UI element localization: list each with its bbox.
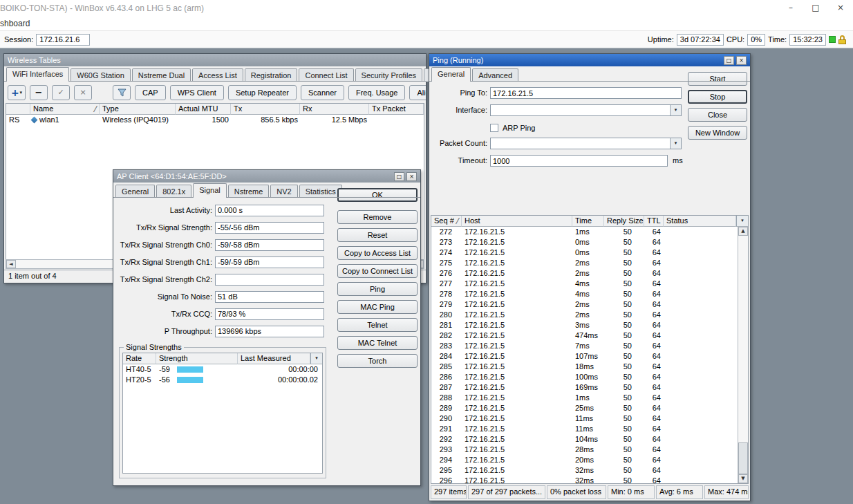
filter-button[interactable] bbox=[113, 85, 131, 100]
tab-general[interactable]: General bbox=[431, 67, 471, 82]
maximize-icon[interactable]: □ bbox=[803, 0, 828, 17]
tab-nv2[interactable]: NV2 bbox=[270, 185, 297, 198]
tab-wifi-interfaces[interactable]: WiFi Interfaces bbox=[6, 67, 69, 82]
ping-row[interactable]: 280172.16.21.52ms5064 bbox=[431, 310, 738, 320]
button-telnet[interactable]: Telnet bbox=[337, 318, 418, 332]
button-ping[interactable]: Ping bbox=[337, 282, 418, 296]
tab-connect-list[interactable]: Connect List bbox=[299, 68, 353, 82]
column-header-time[interactable]: Time bbox=[572, 216, 604, 227]
ping-row[interactable]: 284172.16.21.5107ms5064 bbox=[431, 351, 738, 362]
close-icon[interactable]: × bbox=[406, 172, 417, 181]
ping-row[interactable]: 276172.16.21.52ms5064 bbox=[431, 268, 738, 279]
arp-ping-label[interactable]: ARP Ping bbox=[503, 122, 536, 134]
tab-registration[interactable]: Registration bbox=[245, 68, 298, 82]
minimize-icon[interactable]: – bbox=[778, 0, 803, 17]
ping-row[interactable]: 294172.16.21.520ms5064 bbox=[431, 455, 738, 465]
chevron-down-icon[interactable]: ▾ bbox=[670, 105, 681, 115]
ping-row[interactable]: 282172.16.21.5474ms5064 bbox=[431, 330, 738, 341]
toolbar-button-setup-repeater[interactable]: Setup Repeater bbox=[228, 85, 297, 100]
ping-row[interactable]: 287172.16.21.5169ms5064 bbox=[431, 382, 738, 393]
column-header-seq[interactable]: Seq #/ bbox=[431, 216, 462, 227]
column-header-type[interactable]: Type bbox=[100, 104, 176, 115]
restore-icon[interactable]: □ bbox=[394, 172, 404, 181]
signal-strength-row[interactable]: HT40-5-5900:00:00 bbox=[123, 364, 322, 375]
button-stop[interactable]: Stop bbox=[688, 90, 747, 104]
ping-row[interactable]: 272172.16.21.51ms5064 bbox=[431, 227, 738, 237]
field-value-tx-rx-ccq[interactable]: 78/93 % bbox=[215, 308, 324, 320]
button-start[interactable]: Start bbox=[688, 72, 747, 86]
scrollbar-track[interactable] bbox=[738, 236, 748, 474]
button-new-window[interactable]: New Window bbox=[688, 126, 747, 140]
ping-row[interactable]: 283172.16.21.57ms5064 bbox=[431, 341, 738, 351]
column-header-tx-packet[interactable]: Tx Packet bbox=[369, 104, 424, 115]
column-menu-icon[interactable]: ▾ bbox=[310, 353, 322, 364]
button-reset[interactable]: Reset bbox=[337, 228, 418, 242]
signal-strength-row[interactable]: HT20-5-5600:00:00.02 bbox=[123, 375, 322, 385]
column-menu-icon[interactable]: ▾ bbox=[736, 216, 748, 227]
disable-button[interactable]: × bbox=[74, 85, 92, 100]
ping-to-input[interactable] bbox=[490, 87, 682, 99]
ping-row[interactable]: 288172.16.21.51ms5064 bbox=[431, 393, 738, 403]
field-value-p-throughput[interactable]: 139696 kbps bbox=[215, 326, 324, 337]
ping-row[interactable]: 291172.16.21.511ms5064 bbox=[431, 424, 738, 434]
field-value-signal-to-noise[interactable]: 51 dB bbox=[215, 291, 324, 303]
session-address[interactable]: 172.16.21.6 bbox=[36, 34, 90, 46]
column-header-rx[interactable]: Rx bbox=[300, 104, 369, 115]
toolbar-button-freq-usage[interactable]: Freq. Usage bbox=[348, 85, 406, 100]
ping-row[interactable]: 278172.16.21.54ms5064 bbox=[431, 289, 738, 299]
ping-row[interactable]: 289172.16.21.525ms5064 bbox=[431, 403, 738, 413]
ping-row[interactable]: 277172.16.21.54ms5064 bbox=[431, 279, 738, 289]
tab-advanced[interactable]: Advanced bbox=[472, 68, 518, 82]
ping-row[interactable]: 296172.16.21.532ms5064 bbox=[431, 476, 738, 484]
column-header-strength[interactable]: Strength bbox=[156, 353, 238, 364]
tab-nstreme[interactable]: Nstreme bbox=[228, 185, 270, 198]
field-value-tx-rx-signal-strength[interactable]: -55/-56 dBm bbox=[215, 222, 324, 234]
timeout-input[interactable] bbox=[490, 155, 668, 167]
column-header-name[interactable]: Name/ bbox=[30, 104, 100, 115]
column-header-actual-mtu[interactable]: Actual MTU bbox=[176, 104, 231, 115]
toolbar-button-wps-client[interactable]: WPS Client bbox=[170, 85, 224, 100]
chevron-down-icon[interactable]: ▾ bbox=[670, 138, 681, 149]
menu-item-dashboard[interactable]: shboard bbox=[0, 19, 30, 28]
field-value-tx-rx-signal-strength-ch1[interactable]: -59/-59 dBm bbox=[215, 256, 324, 268]
add-button[interactable]: + ▾ bbox=[8, 85, 26, 100]
interface-select[interactable]: ▾ bbox=[490, 104, 682, 116]
column-header-tx[interactable]: Tx bbox=[231, 104, 300, 115]
ping-row[interactable]: 286172.16.21.5100ms5064 bbox=[431, 372, 738, 382]
window-titlebar[interactable]: Wireless Tables bbox=[4, 54, 426, 66]
scroll-up-icon[interactable]: ▲ bbox=[738, 227, 748, 236]
enable-button[interactable]: ✓ bbox=[52, 85, 70, 100]
button-remove[interactable]: Remove bbox=[337, 210, 418, 224]
column-header-rate[interactable]: Rate bbox=[123, 353, 156, 364]
column-header-last-measured[interactable]: Last Measured bbox=[238, 353, 310, 364]
toolbar-button-cap[interactable]: CAP bbox=[135, 85, 166, 100]
ping-row[interactable]: 293172.16.21.528ms5064 bbox=[431, 445, 738, 455]
ping-row[interactable]: 295172.16.21.532ms5064 bbox=[431, 465, 738, 476]
button-mac-telnet[interactable]: MAC Telnet bbox=[337, 336, 418, 350]
ping-row[interactable]: 285172.16.21.518ms5064 bbox=[431, 362, 738, 372]
interface-row[interactable]: RSwlan1Wireless (IPQ4019)1500856.5 kbps1… bbox=[6, 115, 424, 125]
button-copy-to-access-list[interactable]: Copy to Access List bbox=[337, 246, 418, 260]
button-torch[interactable]: Torch bbox=[337, 354, 418, 368]
ping-row[interactable]: 279172.16.21.52ms5064 bbox=[431, 299, 738, 310]
column-header-ttl[interactable]: TTL bbox=[644, 216, 664, 227]
ping-row[interactable]: 290172.16.21.511ms5064 bbox=[431, 413, 738, 424]
button-close[interactable]: Close bbox=[688, 108, 747, 122]
column-header-status[interactable]: Status bbox=[664, 216, 736, 227]
tab-w60g-station[interactable]: W60G Station bbox=[71, 68, 130, 82]
ping-row[interactable]: 281172.16.21.53ms5064 bbox=[431, 320, 738, 330]
scroll-down-icon[interactable]: ▼ bbox=[738, 474, 748, 483]
tab-statistics[interactable]: Statistics bbox=[299, 185, 342, 198]
close-icon[interactable]: × bbox=[828, 0, 853, 17]
field-value-last-activity[interactable]: 0.000 s bbox=[215, 205, 324, 216]
button-copy-to-connect-list[interactable]: Copy to Connect List bbox=[337, 264, 418, 278]
close-icon[interactable]: × bbox=[736, 56, 747, 65]
restore-icon[interactable]: □ bbox=[724, 56, 734, 65]
packet-count-select[interactable]: ▾ bbox=[490, 138, 682, 149]
toolbar-button-alignme[interactable]: Alignme bbox=[409, 85, 426, 100]
column-header-flags[interactable] bbox=[6, 104, 30, 115]
tab-access-list[interactable]: Access List bbox=[192, 68, 243, 82]
column-header-host[interactable]: Host bbox=[462, 216, 572, 227]
ping-row[interactable]: 273172.16.21.50ms5064 bbox=[431, 237, 738, 248]
window-titlebar[interactable]: Ping (Running) □ × bbox=[429, 54, 750, 66]
